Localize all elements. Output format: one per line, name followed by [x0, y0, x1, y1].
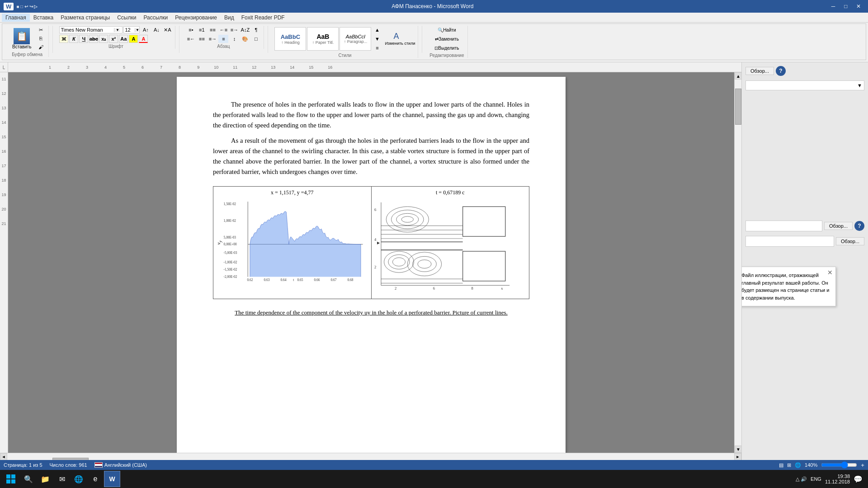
copy-button[interactable]: ⎘: [36, 34, 46, 42]
svg-text:4: 4: [374, 237, 376, 241]
menu-home[interactable]: Главная: [2, 14, 30, 22]
font-grow-button[interactable]: A↑: [141, 26, 151, 34]
align-right-button[interactable]: ≡→: [208, 35, 217, 43]
cut-button[interactable]: ✂: [36, 26, 46, 34]
font-size-input[interactable]: [124, 27, 135, 33]
find-button[interactable]: 🔍 Найти: [429, 26, 465, 34]
menu-review[interactable]: Рецензирование: [171, 14, 221, 22]
styles-scroll-down[interactable]: ▼: [372, 35, 382, 43]
select-button[interactable]: ⊡ Выделить: [429, 44, 465, 52]
strikethrough-button[interactable]: аbc: [89, 35, 98, 43]
svg-text:-1,50E-02: -1,50E-02: [224, 267, 237, 271]
dropdown-toggle[interactable]: ▼: [748, 83, 862, 88]
svg-text:0,67: 0,67: [330, 278, 336, 281]
zoom-slider[interactable]: [821, 461, 857, 469]
styles-scroll-up[interactable]: ▲: [372, 26, 382, 34]
start-button[interactable]: [2, 470, 20, 488]
window-controls: ─ □ ✕: [827, 1, 864, 11]
bullets-button[interactable]: ≡•: [186, 26, 196, 34]
font-size-dropdown[interactable]: ▼: [135, 28, 139, 32]
mail-taskbar-button[interactable]: ✉: [54, 471, 70, 487]
ribbon-editing-group: 🔍 Найти ⇄ Заменить ⊡ Выделить Редактиров…: [426, 26, 468, 58]
font-label: Шрифт: [108, 44, 123, 49]
menu-insert[interactable]: Вставка: [30, 14, 57, 22]
underline-button[interactable]: Ч: [79, 35, 88, 43]
menu-mailings[interactable]: Рассылки: [140, 14, 171, 22]
close-button[interactable]: ✕: [853, 1, 864, 11]
word-taskbar-button[interactable]: W: [104, 471, 120, 487]
word-logo: W ■ □ ↩ ↪ ▷: [4, 3, 38, 10]
notification-button[interactable]: 💬: [854, 475, 863, 483]
view-layout-button[interactable]: ⊞: [787, 462, 791, 468]
align-center-button[interactable]: ≡≡: [197, 35, 207, 43]
clear-format-button[interactable]: ✕A: [162, 26, 172, 34]
chrome-taskbar-button[interactable]: 🌐: [71, 471, 87, 487]
fontcolor-button[interactable]: А: [139, 35, 148, 43]
replace-button[interactable]: ⇄ Заменить: [429, 35, 465, 43]
menu-references[interactable]: Ссылки: [113, 14, 140, 22]
scroll-down-button[interactable]: ▼: [735, 446, 741, 453]
paste-button[interactable]: 📋 Вставить: [9, 26, 35, 51]
scroll-left-button[interactable]: ◄: [0, 453, 7, 460]
browse-button-3[interactable]: Обзор...: [836, 237, 864, 245]
help-button-2[interactable]: ?: [854, 221, 864, 231]
popup-text: Файл иллюстрации, отражающей главный рез…: [741, 272, 831, 301]
style-paper-title[interactable]: AaB ↑ Paper Titl.: [307, 27, 339, 51]
word-count: Число слов: 961: [50, 462, 87, 468]
svg-point-29: [386, 206, 429, 232]
file-explorer-taskbar-button[interactable]: 📁: [37, 471, 53, 487]
textcase-button[interactable]: Аа: [119, 35, 128, 43]
show-marks-button[interactable]: ¶: [251, 26, 261, 34]
maximize-button[interactable]: □: [840, 1, 852, 11]
zoom-in-button[interactable]: +: [861, 462, 864, 469]
font-name-input[interactable]: [60, 27, 114, 33]
browse-input-2[interactable]: [745, 221, 822, 231]
shading-button[interactable]: 🎨: [240, 35, 250, 43]
superscript-button[interactable]: x²: [109, 35, 118, 43]
style-paragraph[interactable]: AaBbCcI ↑ Paragraр...: [340, 27, 371, 51]
svg-point-42: [412, 256, 436, 272]
view-web-button[interactable]: 🌐: [795, 462, 801, 468]
menu-view[interactable]: Вид: [221, 14, 238, 22]
editing-label: Редактирование: [429, 53, 464, 58]
increase-indent-button[interactable]: ≡→: [229, 26, 239, 34]
italic-button[interactable]: К: [69, 35, 78, 43]
multilevel-button[interactable]: ≡≡: [208, 26, 217, 34]
sort-button[interactable]: A↕Z: [240, 26, 250, 34]
vertical-ruler: 1112131415161718192021: [0, 72, 8, 453]
view-normal-button[interactable]: ▤: [779, 462, 783, 468]
popup-close-button[interactable]: ✕: [827, 269, 833, 276]
subscript-button[interactable]: x₂: [99, 35, 108, 43]
h-scroll-thumb[interactable]: [52, 458, 89, 460]
font-name-dropdown[interactable]: ▼: [114, 28, 120, 32]
justify-button[interactable]: ≡: [218, 35, 228, 43]
numbering-button[interactable]: ≡1: [197, 26, 207, 34]
scroll-right-button[interactable]: ►: [734, 453, 741, 460]
help-button-1[interactable]: ?: [776, 66, 786, 76]
bold-button[interactable]: Ж: [59, 35, 68, 43]
font-shrink-button[interactable]: A↓: [151, 26, 161, 34]
decrease-indent-button[interactable]: ←≡: [218, 26, 228, 34]
highlight-button[interactable]: А: [129, 35, 138, 43]
browse-button-2[interactable]: Обзор...: [824, 222, 853, 230]
change-styles-button[interactable]: A: [385, 32, 407, 40]
scroll-thumb[interactable]: [735, 89, 741, 125]
horizontal-scrollbar[interactable]: ◄ ►: [0, 453, 741, 460]
browse-button-1[interactable]: Обзор...: [745, 67, 774, 75]
border-button[interactable]: □: [251, 35, 261, 43]
search-taskbar-button[interactable]: 🔍: [20, 471, 37, 487]
menu-layout[interactable]: Разметка страницы: [57, 14, 113, 22]
edge-taskbar-button[interactable]: e: [87, 471, 104, 487]
scroll-up-button[interactable]: ▲: [735, 72, 741, 80]
browse-input-3[interactable]: [745, 236, 834, 247]
format-painter-button[interactable]: 🖌: [36, 43, 46, 51]
svg-rect-33: [462, 206, 505, 236]
style-heading[interactable]: AaBbC ↑ Heading: [274, 27, 306, 51]
menu-foxit[interactable]: Foxit Reader PDF: [238, 14, 288, 22]
minimize-button[interactable]: ─: [827, 1, 839, 11]
vertical-scrollbar[interactable]: ▲ ▼: [734, 72, 741, 453]
document-scroll-area[interactable]: The presence of holes in the perforated …: [8, 72, 734, 453]
align-left-button[interactable]: ≡←: [186, 35, 196, 43]
styles-more[interactable]: ≡: [372, 44, 382, 52]
line-spacing-button[interactable]: ↕: [229, 35, 239, 43]
